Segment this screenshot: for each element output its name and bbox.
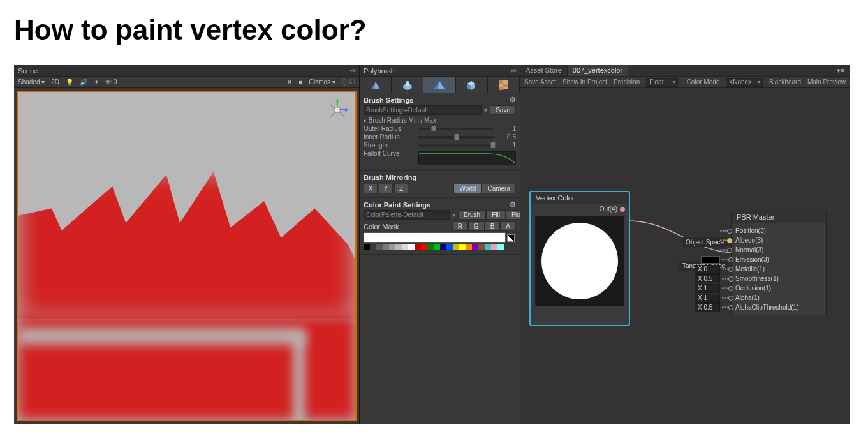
strength-slider[interactable] [418, 144, 494, 147]
alpha-field[interactable]: X 1 [695, 294, 720, 303]
palette-swatch[interactable] [446, 244, 453, 250]
mask-r-button[interactable]: R [452, 222, 468, 231]
palette-swatch[interactable] [415, 244, 421, 250]
gear-icon[interactable]: ⚙ [510, 96, 516, 104]
falloff-curve[interactable] [418, 151, 516, 165]
audio-icon[interactable]: 🔊 [80, 79, 87, 86]
mask-b-button[interactable]: B [485, 222, 501, 231]
mask-a-button[interactable]: A [500, 222, 516, 231]
inner-radius-slider[interactable] [418, 136, 494, 139]
mode-2d-toggle[interactable]: 2D [51, 79, 59, 86]
emission-port[interactable] [728, 257, 733, 262]
occlusion-port[interactable] [728, 286, 733, 291]
lighting-icon[interactable]: 💡 [66, 79, 73, 86]
out-port-pin[interactable] [620, 207, 625, 212]
sculpt-tab[interactable] [360, 77, 392, 93]
palette-swatch[interactable] [491, 244, 497, 250]
position-port[interactable] [727, 229, 732, 234]
fill-mode-button[interactable]: Fill [486, 210, 506, 220]
node-preview [535, 216, 624, 306]
palette-swatch[interactable] [376, 244, 383, 250]
metallic-field[interactable]: X 0 [695, 265, 720, 274]
show-in-project-button[interactable]: Show In Project [563, 79, 607, 86]
palette-swatch[interactable] [478, 244, 485, 250]
texture-tab[interactable] [488, 77, 520, 93]
brush-preset-field[interactable] [364, 105, 482, 115]
gear-icon[interactable]: ⚙ [510, 200, 516, 209]
panel-menu-icon[interactable]: ▾≡ [349, 67, 355, 74]
palette-swatch[interactable] [383, 244, 389, 250]
shading-dropdown[interactable]: Shaded ▾ [18, 79, 45, 86]
panel-menu-icon[interactable]: ▾≡ [510, 67, 516, 74]
palette-swatch[interactable] [472, 244, 478, 250]
alpha-port[interactable] [728, 296, 733, 301]
mirror-camera-button[interactable]: Camera [482, 184, 516, 193]
prefab-tab[interactable] [456, 77, 488, 93]
gizmos-dropdown[interactable]: Gizmos ▾ [309, 79, 335, 86]
color-mode-label: Color Mode [687, 79, 720, 86]
main-preview-button[interactable]: Main Preview [807, 79, 846, 86]
mirror-z-button[interactable]: Z [394, 184, 408, 193]
palette-swatch[interactable] [389, 244, 395, 250]
scene-tab[interactable]: Scene ▾≡ [14, 65, 359, 77]
palette-swatch[interactable] [364, 244, 370, 250]
save-preset-button[interactable]: Save [490, 105, 516, 115]
brush-mode-button[interactable]: Brush [458, 210, 486, 220]
palette-swatch[interactable] [440, 244, 446, 250]
outer-radius-slider[interactable] [418, 128, 494, 130]
orientation-gizmo[interactable]: z [325, 97, 350, 123]
palette-swatch[interactable] [459, 244, 466, 250]
save-asset-button[interactable]: Save Asset [524, 79, 556, 86]
panel-menu-icon[interactable]: ▾≡ [832, 65, 850, 76]
outer-radius-label: Outer Radius [364, 125, 415, 132]
brush-radius-foldout[interactable]: ▸ Brush Radius Min / Max [364, 117, 516, 124]
mirror-axis-buttons: X Y Z [364, 184, 408, 193]
alphaclip-field[interactable]: X 0.5 [695, 303, 720, 312]
smooth-tab[interactable] [392, 77, 423, 93]
graph-canvas[interactable]: Vertex Color Out(4) Object Space Tangent… [520, 88, 850, 424]
polybrush-panel: Polybrush ▾≡ Brush Settings⚙ ▾ Save ▸ Br… [360, 65, 520, 424]
graph-tab[interactable]: 007_vertexcolor [568, 65, 628, 76]
polybrush-tab[interactable]: Polybrush ▾≡ [360, 65, 520, 77]
polybrush-mode-tabs [360, 77, 520, 93]
palette-swatch[interactable] [370, 244, 376, 250]
mirror-world-button[interactable]: World [453, 184, 482, 193]
albedo-port[interactable] [727, 238, 732, 243]
tools-icon[interactable]: ✕ [287, 79, 292, 86]
metallic-port[interactable] [728, 267, 733, 272]
palette-swatch[interactable] [466, 244, 472, 250]
mirror-x-button[interactable]: X [364, 184, 378, 193]
current-color-swatch[interactable] [364, 232, 506, 243]
metallic-label: Metallic(1) [735, 266, 765, 273]
smoothness-port[interactable] [728, 276, 733, 282]
scene-viewport[interactable]: z [17, 91, 357, 421]
palette-swatch[interactable] [434, 244, 440, 250]
palette-swatch[interactable] [395, 244, 402, 250]
palette-swatch[interactable] [427, 244, 434, 250]
fx-icon[interactable]: ✦ [94, 79, 99, 86]
color-mode-dropdown[interactable]: <None> [726, 78, 763, 87]
pbr-master-node[interactable]: PBR Master Position(3) Albedo(3) Normal(… [731, 211, 827, 315]
precision-dropdown[interactable]: Float [646, 78, 678, 87]
search-field[interactable]: Q All [342, 79, 355, 86]
palette-swatch[interactable] [485, 244, 491, 250]
normal-port[interactable] [727, 248, 732, 253]
blackboard-button[interactable]: Blackboard [769, 79, 801, 86]
alphaclip-port[interactable] [728, 305, 733, 310]
palette-swatch[interactable] [497, 244, 504, 250]
smoothness-field[interactable]: X 0.5 [695, 274, 720, 283]
palette-swatch[interactable] [421, 244, 427, 250]
mask-g-button[interactable]: G [468, 222, 485, 231]
vertex-color-node[interactable]: Vertex Color Out(4) [530, 191, 629, 326]
mirror-y-button[interactable]: Y [379, 184, 393, 193]
hidden-icon[interactable]: 👁 0 [105, 79, 117, 86]
palette-swatch[interactable] [402, 244, 408, 250]
occlusion-field[interactable]: X 1 [695, 284, 720, 293]
camera-icon[interactable]: ■ [298, 79, 302, 86]
palette-swatch[interactable] [453, 244, 459, 250]
asset-store-tab[interactable]: Asset Store [520, 65, 568, 76]
emission-swatch[interactable] [701, 256, 720, 264]
vertex-color-tab[interactable] [423, 77, 455, 93]
palette-preset-field[interactable] [364, 210, 450, 220]
palette-swatch[interactable] [408, 244, 415, 250]
